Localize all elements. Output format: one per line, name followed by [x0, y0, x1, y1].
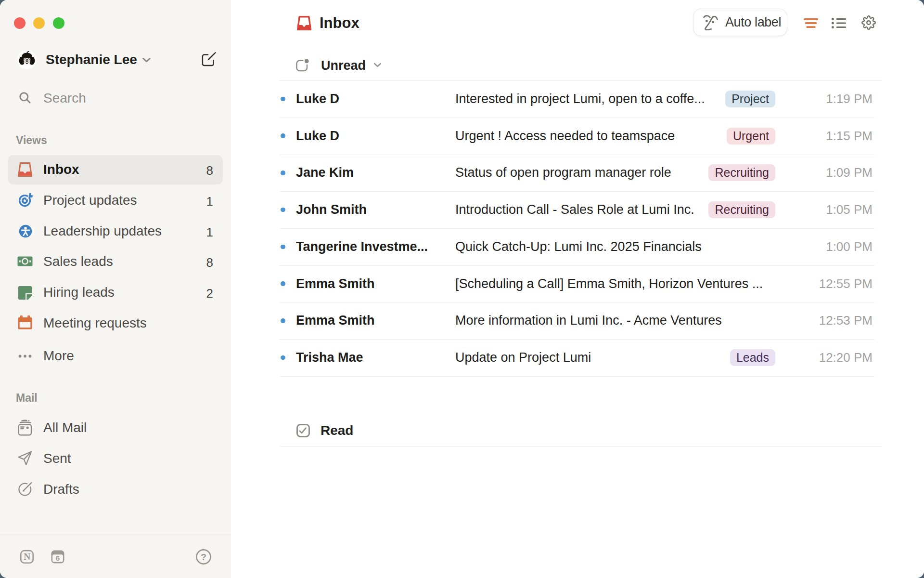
svg-text:?: ? [201, 552, 206, 562]
svg-text:6: 6 [56, 554, 60, 562]
svg-text:N: N [24, 552, 30, 562]
